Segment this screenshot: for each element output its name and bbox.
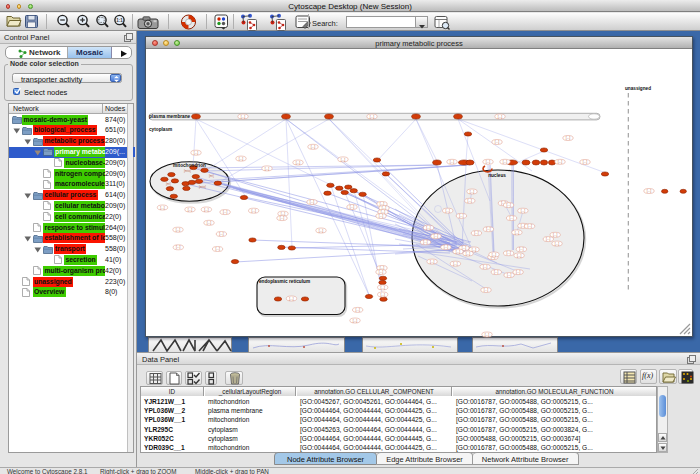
svg-text:[...]: [...] — [444, 245, 449, 249]
svg-text:[mito]: [mito] — [184, 169, 191, 173]
svg-text:[...]: [...] — [353, 319, 358, 323]
svg-text:mitochondrion: mitochondrion — [173, 163, 206, 168]
svg-text:[...]: [...] — [527, 224, 532, 228]
svg-text:[...]: [...] — [546, 237, 551, 241]
svg-text:[...]: [...] — [453, 262, 458, 266]
svg-text:[...]: [...] — [194, 151, 199, 155]
svg-text:[...]: [...] — [423, 240, 428, 244]
svg-text:[...]: [...] — [310, 200, 315, 204]
svg-text:[...]: [...] — [265, 167, 270, 171]
svg-text:[...]: [...] — [370, 115, 375, 119]
svg-text:nucleus: nucleus — [488, 173, 506, 178]
svg-text:[mito]: [mito] — [199, 185, 206, 189]
svg-text:[...]: [...] — [483, 265, 488, 269]
svg-text:[...]: [...] — [558, 160, 563, 164]
svg-text:[...]: [...] — [219, 232, 224, 236]
svg-text:[...]: [...] — [486, 160, 491, 164]
svg-text:unassigned: unassigned — [625, 86, 651, 91]
svg-text:[...]: [...] — [215, 247, 220, 251]
svg-text:[...]: [...] — [379, 214, 384, 218]
svg-text:[...]: [...] — [434, 234, 439, 238]
svg-text:[...]: [...] — [380, 293, 385, 297]
svg-text:[...]: [...] — [176, 228, 181, 232]
svg-text:[...]: [...] — [160, 206, 165, 210]
svg-text:[...]: [...] — [517, 254, 522, 258]
svg-text:plasma membrane: plasma membrane — [149, 114, 191, 119]
svg-text:[...]: [...] — [521, 209, 526, 213]
svg-text:[...]: [...] — [486, 227, 491, 231]
svg-text:[...]: [...] — [555, 242, 560, 246]
svg-text:[...]: [...] — [430, 260, 435, 264]
svg-text:cytoplasm: cytoplasm — [149, 127, 172, 132]
svg-text:1:1: 1:1 — [116, 18, 123, 23]
svg-text:[...]: [...] — [426, 226, 431, 230]
svg-text:[...]: [...] — [296, 161, 301, 165]
svg-text:[...]: [...] — [516, 270, 521, 274]
svg-text:[...]: [...] — [456, 250, 461, 254]
svg-text:[...]: [...] — [341, 158, 346, 162]
svg-text:[...]: [...] — [509, 216, 514, 220]
svg-text:[...]: [...] — [450, 160, 455, 164]
svg-text:[...]: [...] — [494, 270, 499, 274]
svg-text:[...]: [...] — [207, 221, 212, 225]
svg-text:[...]: [...] — [474, 231, 479, 235]
svg-text:[...]: [...] — [379, 270, 384, 274]
svg-text:[...]: [...] — [204, 208, 209, 212]
svg-text:[mt]: [mt] — [209, 174, 214, 178]
svg-text:[...]: [...] — [462, 246, 467, 250]
svg-text:[...]: [...] — [311, 145, 316, 149]
svg-text:[...]: [...] — [495, 140, 500, 144]
svg-text:[...]: [...] — [468, 199, 473, 203]
svg-text:[...]: [...] — [350, 205, 355, 209]
svg-text:[...]: [...] — [470, 190, 475, 194]
svg-text:[...]: [...] — [319, 229, 324, 233]
svg-text:[...]: [...] — [289, 297, 294, 301]
svg-text:[...]: [...] — [519, 247, 524, 251]
svg-text:[...]: [...] — [647, 189, 652, 193]
svg-text:[...]: [...] — [380, 286, 385, 290]
svg-text:[...]: [...] — [507, 273, 512, 277]
svg-text:[...]: [...] — [281, 212, 286, 216]
svg-text:endoplasmic reticulum: endoplasmic reticulum — [259, 279, 310, 284]
svg-text:[...]: [...] — [459, 214, 464, 218]
svg-text:[...]: [...] — [515, 231, 520, 235]
svg-text:[...]: [...] — [485, 333, 490, 337]
svg-text:[...]: [...] — [355, 308, 360, 312]
svg-text:[...]: [...] — [188, 208, 193, 212]
svg-text:[...]: [...] — [566, 136, 571, 140]
svg-text:[...]: [...] — [239, 157, 244, 161]
svg-text:[...]: [...] — [280, 216, 285, 220]
svg-text:[...]: [...] — [506, 251, 511, 255]
svg-text:[...]: [...] — [484, 288, 489, 292]
svg-text:[mt]: [mt] — [166, 182, 171, 186]
svg-text:[...]: [...] — [466, 252, 471, 256]
svg-text:[...]: [...] — [553, 233, 558, 237]
svg-text:[...]: [...] — [445, 209, 450, 213]
svg-text:[...]: [...] — [241, 115, 246, 119]
svg-text:[...]: [...] — [223, 210, 228, 214]
svg-text:[...]: [...] — [506, 203, 511, 207]
svg-text:[...]: [...] — [498, 115, 503, 119]
svg-text:[...]: [...] — [251, 209, 256, 213]
svg-text:[...]: [...] — [492, 253, 497, 257]
svg-text:[...]: [...] — [583, 160, 588, 164]
svg-text:[...]: [...] — [176, 245, 181, 249]
svg-text:[...]: [...] — [472, 248, 477, 252]
svg-text:[...]: [...] — [503, 160, 508, 164]
